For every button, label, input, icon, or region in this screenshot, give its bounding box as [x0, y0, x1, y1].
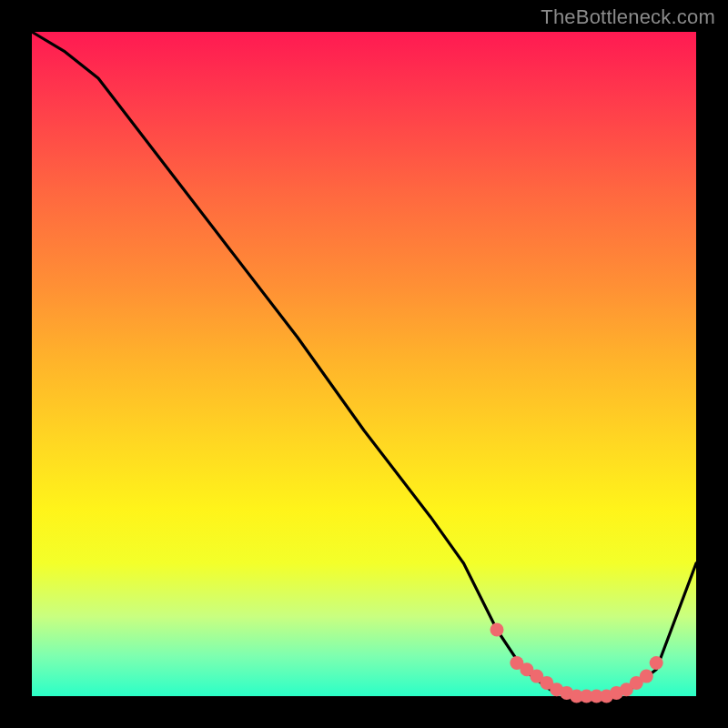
chart-frame: TheBottleneck.com — [0, 0, 728, 728]
marker-dot — [490, 623, 504, 637]
marker-dot — [640, 670, 653, 683]
bottleneck-curve-path — [32, 32, 696, 696]
marker-dot — [650, 656, 663, 670]
plot-area — [32, 32, 696, 696]
watermark-label: TheBottleneck.com — [541, 5, 715, 29]
plot-svg — [32, 32, 696, 696]
marker-group — [490, 623, 663, 703]
